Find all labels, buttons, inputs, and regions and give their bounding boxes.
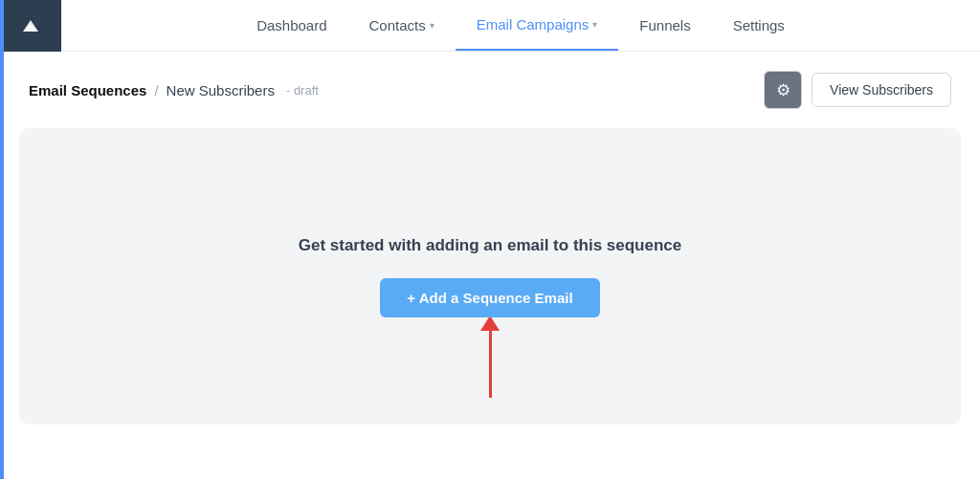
main-content: Get started with adding an email to this…: [19, 128, 961, 425]
contacts-chevron-icon: ▾: [430, 20, 434, 31]
breadcrumb-current: New Subscribers: [167, 82, 275, 98]
nav-label-funnels: Funnels: [639, 17, 690, 33]
email-campaigns-chevron-icon: ▾: [592, 19, 597, 30]
view-subscribers-button[interactable]: View Subscribers: [812, 73, 951, 107]
nav-label-dashboard: Dashboard: [256, 17, 326, 33]
nav-item-settings[interactable]: Settings: [712, 0, 806, 51]
breadcrumb-badge: - draft: [286, 83, 319, 98]
navbar: Dashboard Contacts ▾ Email Campaigns ▾ F…: [0, 0, 980, 52]
nav-label-settings: Settings: [733, 17, 785, 33]
settings-button[interactable]: ⚙: [764, 71, 802, 109]
breadcrumb-separator: /: [154, 82, 158, 98]
arrow-head-icon: [480, 316, 500, 331]
logo-icon: [15, 11, 46, 41]
add-sequence-email-button[interactable]: + Add a Sequence Email: [380, 278, 599, 317]
nav-item-funnels[interactable]: Funnels: [618, 0, 711, 51]
nav-item-email-campaigns[interactable]: Email Campaigns ▾: [456, 0, 619, 51]
nav-label-email-campaigns: Email Campaigns: [477, 16, 590, 33]
nav-item-dashboard[interactable]: Dashboard: [235, 0, 347, 51]
nav-links: Dashboard Contacts ▾ Email Campaigns ▾ F…: [61, 0, 980, 51]
nav-label-contacts: Contacts: [369, 17, 426, 33]
breadcrumb: Email Sequences / New Subscribers - draf…: [29, 82, 319, 98]
empty-state-message: Get started with adding an email to this…: [299, 236, 682, 255]
breadcrumb-link[interactable]: Email Sequences: [29, 82, 146, 98]
gear-icon: ⚙: [776, 80, 791, 100]
arrow-annotation: [480, 317, 500, 398]
header-actions: ⚙ View Subscribers: [764, 71, 951, 109]
logo-area: [0, 0, 61, 52]
nav-item-contacts[interactable]: Contacts ▾: [348, 0, 456, 51]
page-header: Email Sequences / New Subscribers - draf…: [0, 52, 980, 128]
left-accent: [0, 0, 4, 479]
arrow-shaft: [489, 331, 492, 398]
